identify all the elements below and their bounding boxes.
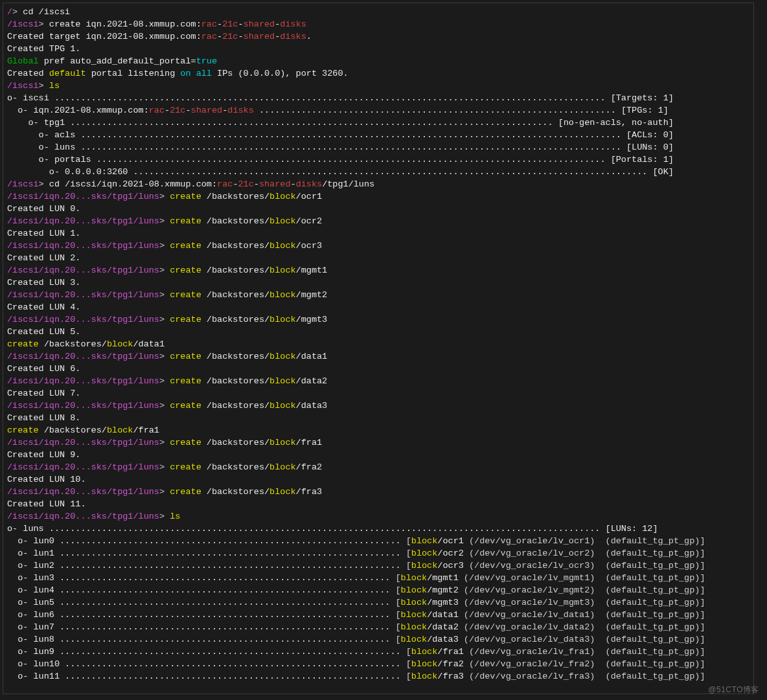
block-kw: block [411, 536, 438, 546]
prompt-gt: > [159, 192, 170, 201]
prompt-gt: > [159, 462, 170, 472]
path-block: block [107, 339, 133, 349]
dash: - [185, 106, 190, 115]
path-name: /fra1 [296, 438, 323, 447]
msg-created-lun: Created LUN 9. [7, 450, 80, 460]
blk-name: data3 [432, 635, 459, 644]
lun-row: o- lun1 ................................… [7, 547, 750, 559]
prompt-path: /iscsi/iqn.20...sks/tpg1/luns [7, 315, 159, 324]
tree-iqn-pre: o- iqn.2021-08.xmmup.com: [7, 106, 149, 115]
block-kw: block [401, 585, 428, 595]
dash: - [165, 106, 170, 115]
tree-tpg: o- tpg1 ................................… [7, 118, 674, 128]
terminal-line: /iscsi/iqn.20...sks/tpg1/luns> ls [7, 510, 750, 523]
terminal-line: o- tpg1 ................................… [7, 117, 750, 129]
prompt-gt: > [159, 352, 170, 361]
lun-row: o- lun4 ................................… [7, 584, 750, 596]
terminal-line: /iscsi/iqn.20...sks/tpg1/luns> create /b… [7, 461, 750, 473]
tree-acls: o- acls ................................… [7, 130, 674, 140]
prompt-path: /iscsi/iqn.20...sks/tpg1/luns [7, 462, 159, 472]
lun-left: o- lun6 ................................… [7, 610, 396, 620]
terminal-line: /iscsi> cd /iscsi/iqn.2021-08.xmmup.com:… [7, 178, 750, 190]
block-kw: block [401, 573, 428, 583]
lun-row: o- lun8 ................................… [7, 633, 750, 646]
path-bs: /backstores/ [201, 401, 269, 411]
blk-name: fra1 [442, 647, 463, 657]
msg-created-lun: Created LUN 6. [7, 364, 80, 374]
path-bs: /backstores/ [39, 425, 107, 435]
terminal-line: /> cd /iscsi [7, 6, 750, 18]
path-name: /fra1 [133, 425, 159, 435]
prompt-path: /iscsi [7, 19, 39, 29]
path-bs: /backstores/ [201, 265, 269, 275]
blk-name: ocr1 [442, 536, 463, 546]
msg-tpg: Created TPG 1. [7, 44, 80, 54]
terminal-line: Created LUN 8. [7, 412, 750, 424]
prompt-gt: > [159, 216, 170, 226]
tgt-21c: 21c [238, 179, 253, 189]
msg-created-lun: Created LUN 10. [7, 475, 86, 484]
cmd-cd-luns-post: /tpg1/luns [322, 179, 374, 189]
prompt-path: /iscsi/iqn.20...sks/tpg1/luns [7, 241, 159, 251]
path-name: /ocr3 [296, 241, 323, 251]
lun-row: o- lun6 ................................… [7, 609, 750, 621]
lun-left: o- lun11 ...............................… [7, 672, 406, 681]
terminal-line: create /backstores/block/data1 [7, 338, 750, 350]
terminal-line: o- portals .............................… [7, 153, 750, 166]
terminal-line: Created default portal listening on all … [7, 67, 750, 80]
tgt-rac: rac [149, 106, 165, 115]
terminal-line: Created LUN 3. [7, 277, 750, 289]
path-name: /ocr1 [296, 192, 323, 201]
terminal-line: /iscsi/iqn.20...sks/tpg1/luns> create /b… [7, 215, 750, 227]
cmd-create: create [170, 290, 201, 300]
blk-name: ocr3 [442, 561, 463, 570]
tree-iscsi: o- iscsi ...............................… [7, 93, 674, 103]
watermark: @51CTO博客 [708, 684, 759, 696]
terminal-line: Created LUN 7. [7, 387, 750, 400]
prompt-gt: > [159, 438, 170, 447]
prompt-path: /iscsi/iqn.20...sks/tpg1/luns [7, 216, 159, 226]
prompt-path: /iscsi [7, 179, 39, 189]
tgt-rac: rac [201, 19, 217, 29]
terminal-line: o- iscsi ...............................… [7, 92, 750, 104]
msg-default: default [49, 69, 86, 78]
cmd-create: create [170, 192, 201, 201]
lun-left: o- lun7 ................................… [7, 622, 396, 632]
terminal-line: Created LUN 10. [7, 473, 750, 486]
tgt-shared: shared [244, 19, 275, 29]
msg-created-lun: Created LUN 2. [7, 253, 80, 263]
msg-global-rest: pref auto_add_default_portal= [39, 56, 196, 66]
terminal-line: Created LUN 9. [7, 449, 750, 461]
tgt-disks: disks [227, 106, 254, 115]
cmd-create: create [170, 315, 201, 324]
terminal-line: /iscsi/iqn.20...sks/tpg1/luns> create /b… [7, 486, 750, 498]
tree-iqn-dots: ........................................… [254, 106, 669, 115]
path-block: block [269, 401, 296, 411]
blk-name: mgmt3 [432, 598, 459, 607]
prompt-path: /iscsi/iqn.20...sks/tpg1/luns [7, 487, 159, 497]
msg-global: Global [7, 56, 39, 66]
prompt-path: / [7, 7, 12, 17]
terminal[interactable]: /> cd /iscsi/iscsi> create iqn.2021-08.x… [3, 3, 754, 694]
prompt-gt: > [159, 487, 170, 497]
msg-created-lun: Created LUN 1. [7, 229, 80, 238]
prompt-gt: > [12, 7, 23, 17]
lun-left: o- lun3 ................................… [7, 573, 396, 583]
msg-created-lun: Created LUN 11. [7, 499, 86, 509]
lun-row: o- lun10 ...............................… [7, 658, 750, 670]
prompt-path: /iscsi/iqn.20...sks/tpg1/luns [7, 376, 159, 386]
prompt-gt: > [159, 290, 170, 300]
prompt-gt: > [159, 265, 170, 275]
prompt-path: /iscsi [7, 81, 39, 91]
cmd-create: create [170, 462, 201, 472]
blk-name: mgmt2 [432, 585, 459, 595]
tgt-disks: disks [296, 179, 323, 189]
block-kw: block [401, 622, 428, 632]
path-block: block [269, 462, 296, 472]
terminal-line: Created LUN 2. [7, 252, 750, 264]
terminal-line: /iscsi/iqn.20...sks/tpg1/luns> create /b… [7, 350, 750, 363]
msg-created-lun: Created LUN 0. [7, 204, 80, 214]
lun-row: o- lun0 ................................… [7, 535, 750, 547]
blk-name: data2 [432, 622, 459, 632]
msg-portal1: Created [7, 69, 49, 78]
